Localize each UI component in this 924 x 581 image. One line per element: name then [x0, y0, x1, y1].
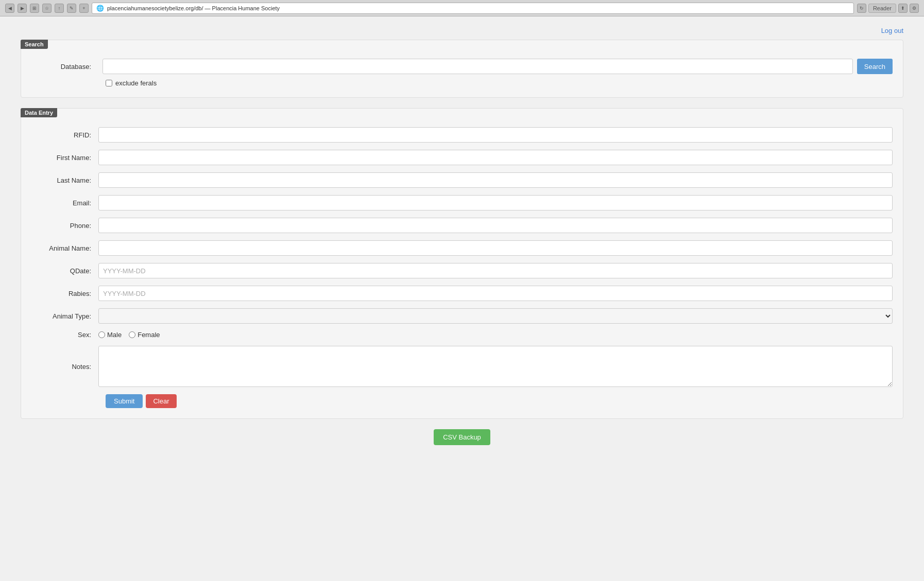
qdate-input[interactable] [98, 263, 893, 278]
data-entry-panel: Data Entry RFID: First Name: Last Name: … [21, 108, 903, 419]
email-row: Email: [31, 195, 893, 210]
sex-male-option: Male [98, 331, 122, 339]
sex-row: Sex: Male Female [31, 331, 893, 339]
rfid-label: RFID: [31, 131, 98, 139]
animal-type-label: Animal Type: [31, 312, 98, 320]
forward-button[interactable]: ▶ [18, 4, 27, 13]
data-entry-panel-label: Data Entry [21, 108, 57, 117]
browser-chrome: ◀ ▶ ⊞ ☆ ↑ ✎ + 🌐 placenciahumanesocietybe… [0, 0, 924, 16]
rfid-input[interactable] [98, 127, 893, 143]
search-panel-body: Database: Search exclude ferals [31, 59, 893, 87]
share2-button[interactable]: ⬆ [898, 4, 908, 13]
animal-name-label: Animal Name: [31, 244, 98, 252]
search-button[interactable]: Search [857, 59, 893, 74]
email-label: Email: [31, 199, 98, 207]
firstname-label: First Name: [31, 154, 98, 162]
url-text: placenciahumanesocietybelize.org/db/ — P… [107, 5, 280, 11]
globe-icon: 🌐 [96, 5, 104, 12]
rabies-label: Rabies: [31, 290, 98, 297]
top-bar: Log out [21, 27, 903, 34]
lastname-label: Last Name: [31, 177, 98, 184]
sex-options: Male Female [98, 331, 160, 339]
email-input[interactable] [98, 195, 893, 210]
view-button[interactable]: ⊞ [30, 4, 39, 13]
firstname-input[interactable] [98, 150, 893, 165]
phone-row: Phone: [31, 218, 893, 233]
form-buttons-row: Submit Clear [106, 394, 893, 408]
animal-name-row: Animal Name: [31, 240, 893, 256]
search-panel-label: Search [21, 40, 48, 49]
url-bar[interactable]: 🌐 placenciahumanesocietybelize.org/db/ —… [92, 3, 854, 14]
database-label: Database: [31, 63, 98, 71]
notes-label: Notes: [31, 363, 98, 371]
data-entry-panel-body: RFID: First Name: Last Name: Email: Phon… [31, 127, 893, 408]
animal-type-select[interactable]: Dog Cat Other [98, 308, 893, 324]
rabies-input[interactable] [98, 286, 893, 301]
firstname-row: First Name: [31, 150, 893, 165]
phone-label: Phone: [31, 222, 98, 230]
settings-button[interactable]: ⚙ [910, 4, 919, 13]
lastname-row: Last Name: [31, 172, 893, 188]
sex-male-label: Male [107, 331, 122, 339]
logout-link[interactable]: Log out [881, 27, 903, 34]
submit-button[interactable]: Submit [106, 394, 143, 408]
sex-label: Sex: [31, 331, 98, 339]
rfid-row: RFID: [31, 127, 893, 143]
notes-textarea[interactable] [98, 346, 893, 387]
phone-input[interactable] [98, 218, 893, 233]
exclude-ferals-checkbox[interactable] [106, 80, 112, 86]
database-search-row: Database: Search [31, 59, 893, 74]
sex-female-radio[interactable] [129, 331, 135, 338]
back-button[interactable]: ◀ [5, 4, 14, 13]
notes-row: Notes: [31, 346, 893, 387]
csv-backup-row: CSV Backup [21, 429, 903, 445]
database-input[interactable] [102, 59, 853, 74]
sex-male-radio[interactable] [98, 331, 105, 338]
qdate-label: QDate: [31, 267, 98, 275]
add-tab-button[interactable]: + [79, 4, 89, 13]
animal-name-input[interactable] [98, 240, 893, 256]
lastname-input[interactable] [98, 172, 893, 188]
share-button[interactable]: ↑ [55, 4, 64, 13]
search-panel: Search Database: Search exclude ferals [21, 40, 903, 98]
rabies-row: Rabies: [31, 286, 893, 301]
reader-button[interactable]: Reader [868, 4, 896, 13]
exclude-ferals-row: exclude ferals [106, 79, 893, 87]
bookmark-button[interactable]: ☆ [42, 4, 52, 13]
csv-backup-button[interactable]: CSV Backup [434, 429, 490, 445]
exclude-ferals-label: exclude ferals [115, 79, 157, 87]
page-content: Log out Search Database: Search exclude … [0, 16, 924, 581]
qdate-row: QDate: [31, 263, 893, 278]
clear-button[interactable]: Clear [146, 394, 176, 408]
sex-female-label: Female [138, 331, 160, 339]
edit-button[interactable]: ✎ [67, 4, 76, 13]
reload-button[interactable]: ↻ [857, 4, 866, 13]
animal-type-row: Animal Type: Dog Cat Other [31, 308, 893, 324]
sex-female-option: Female [129, 331, 160, 339]
